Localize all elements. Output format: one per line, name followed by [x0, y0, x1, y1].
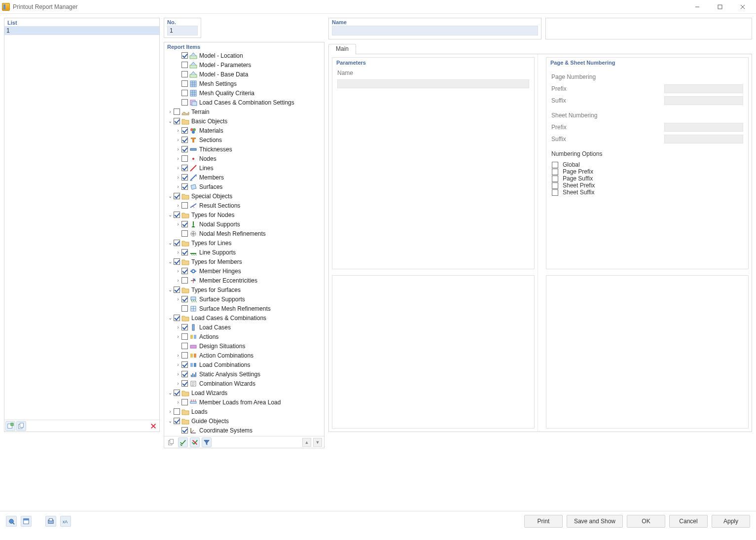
tree-node[interactable]: Mesh Settings	[164, 79, 324, 88]
chevron-right-icon[interactable]: ›	[175, 175, 181, 180]
tree-checkbox[interactable]	[181, 333, 188, 340]
report-items-tree[interactable]: Model - LocationModel - ParametersModel …	[164, 51, 324, 436]
cancel-button[interactable]: Cancel	[669, 515, 708, 528]
tree-node[interactable]: ⌄Types for Members	[164, 257, 324, 266]
sheet-prefix-input[interactable]	[664, 123, 743, 132]
option-checkbox[interactable]	[552, 176, 558, 182]
chevron-down-icon[interactable]: ⌄	[167, 418, 173, 424]
tree-node[interactable]: ⌄Basic Objects	[164, 116, 324, 126]
option-checkbox[interactable]	[552, 162, 558, 168]
chevron-right-icon[interactable]: ›	[175, 250, 181, 255]
tree-checkbox[interactable]	[181, 71, 188, 77]
sheet-suffix-input[interactable]	[664, 135, 743, 144]
chevron-down-icon[interactable]: ⌄	[167, 287, 173, 292]
tree-checkbox[interactable]	[174, 108, 180, 115]
numbering-option[interactable]: Global	[551, 161, 743, 168]
tree-checkbox[interactable]	[181, 80, 188, 87]
tree-node[interactable]: ⌄Types for Nodes	[164, 210, 324, 219]
chevron-right-icon[interactable]: ›	[175, 128, 181, 133]
copy-report-button[interactable]	[16, 421, 26, 431]
tree-checkbox[interactable]	[181, 361, 188, 368]
tree-node[interactable]: ›Line Supports	[164, 248, 324, 257]
tree-copy-button[interactable]	[166, 437, 176, 447]
tree-checkbox[interactable]	[174, 118, 180, 124]
tree-checkbox[interactable]	[181, 99, 188, 106]
tree-node[interactable]: ›Load Cases	[164, 323, 324, 332]
chevron-down-icon[interactable]: ⌄	[167, 315, 173, 321]
chevron-right-icon[interactable]: ›	[175, 137, 181, 143]
option-checkbox[interactable]	[552, 182, 558, 189]
close-button[interactable]	[731, 0, 754, 14]
chevron-right-icon[interactable]: ›	[167, 109, 173, 114]
page-suffix-input[interactable]	[664, 96, 743, 105]
tree-node[interactable]: ›Combination Wizards	[164, 379, 324, 388]
tree-checkbox[interactable]	[181, 146, 188, 152]
tree-checkbox[interactable]	[181, 52, 188, 59]
tree-checkbox[interactable]	[181, 249, 188, 255]
maximize-button[interactable]	[709, 0, 731, 14]
tree-checkbox[interactable]	[174, 287, 180, 293]
tree-checkbox[interactable]	[174, 390, 180, 396]
option-checkbox[interactable]	[552, 189, 558, 196]
tree-checkbox[interactable]	[174, 240, 180, 246]
numbering-option[interactable]: Sheet Suffix	[551, 189, 743, 196]
tree-checkbox[interactable]	[174, 258, 180, 265]
tree-checkbox[interactable]	[181, 230, 188, 237]
tree-node[interactable]: ›Members	[164, 173, 324, 182]
tree-checkbox[interactable]	[181, 380, 188, 387]
tree-node[interactable]: Mesh Quality Criteria	[164, 88, 324, 98]
tree-node[interactable]: Model - Parameters	[164, 60, 324, 70]
tree-checkbox[interactable]	[174, 193, 180, 199]
move-down-button[interactable]: ▼	[313, 438, 322, 447]
new-report-button[interactable]	[5, 421, 15, 431]
chevron-right-icon[interactable]: ›	[175, 371, 181, 377]
name-field[interactable]	[332, 26, 538, 36]
tree-node[interactable]: ⌄Guide Objects	[164, 416, 324, 426]
chevron-down-icon[interactable]: ⌄	[167, 390, 173, 396]
tree-checkbox[interactable]	[174, 418, 180, 424]
tree-checkbox[interactable]	[181, 137, 188, 143]
tree-node[interactable]: ›Surfaces	[164, 182, 324, 191]
footer-tool-3[interactable]	[45, 516, 56, 527]
tree-node[interactable]: ›Nodes	[164, 154, 324, 163]
tree-node[interactable]: Coordinate Systems	[164, 426, 324, 435]
chevron-right-icon[interactable]: ›	[175, 324, 181, 330]
tree-checkbox[interactable]	[181, 202, 188, 209]
tree-node[interactable]: ⌄Types for Surfaces	[164, 285, 324, 294]
list-item[interactable]: 1	[4, 26, 159, 35]
tree-node[interactable]: ›Sections	[164, 135, 324, 144]
tree-checkbox[interactable]	[181, 305, 188, 312]
tree-checkbox[interactable]	[181, 352, 188, 359]
print-button[interactable]: Print	[524, 515, 563, 528]
tree-node[interactable]: ›Member Hinges	[164, 266, 324, 276]
tree-node[interactable]: ⌄Load Wizards	[164, 388, 324, 397]
tree-checkbox[interactable]	[174, 315, 180, 321]
tree-checkbox[interactable]	[181, 268, 188, 274]
page-prefix-input[interactable]	[664, 84, 743, 93]
ok-button[interactable]: OK	[627, 515, 665, 528]
deselect-all-button[interactable]	[190, 437, 200, 447]
footer-tool-4[interactable]: xA	[60, 516, 71, 527]
chevron-down-icon[interactable]: ⌄	[167, 118, 173, 124]
chevron-right-icon[interactable]: ›	[175, 165, 181, 171]
chevron-right-icon[interactable]: ›	[175, 362, 181, 367]
tree-node[interactable]: ›Thicknesses	[164, 144, 324, 154]
tree-checkbox[interactable]	[181, 62, 188, 68]
tree-node[interactable]: Nodal Mesh Refinements	[164, 229, 324, 238]
tree-checkbox[interactable]	[181, 90, 188, 96]
apply-button[interactable]: Apply	[712, 515, 750, 528]
tree-node[interactable]: Model - Base Data	[164, 70, 324, 79]
tree-node[interactable]: ›Lines	[164, 163, 324, 173]
tab-main[interactable]: Main	[328, 44, 356, 54]
tree-node[interactable]: ›Static Analysis Settings	[164, 369, 324, 379]
tree-checkbox[interactable]	[181, 343, 188, 349]
chevron-right-icon[interactable]: ›	[175, 203, 181, 208]
tree-node[interactable]: ›Nodal Supports	[164, 219, 324, 229]
option-checkbox[interactable]	[552, 169, 558, 175]
tree-node[interactable]: Load Cases & Combination Settings	[164, 98, 324, 107]
chevron-right-icon[interactable]: ›	[175, 184, 181, 189]
filter-button[interactable]	[202, 437, 212, 447]
tree-checkbox[interactable]	[181, 277, 188, 284]
tree-node[interactable]: Surface Mesh Refinements	[164, 304, 324, 313]
chevron-right-icon[interactable]: ›	[175, 381, 181, 386]
